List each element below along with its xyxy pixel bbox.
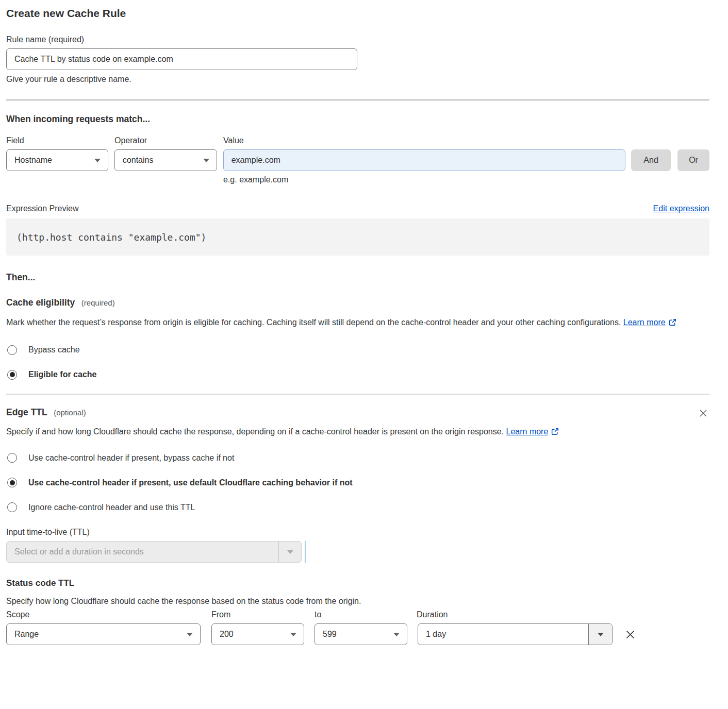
from-select[interactable]: 200 — [211, 623, 304, 645]
operator-select-value: contains — [123, 156, 203, 165]
ttl-duration-placeholder: Select or add a duration in seconds — [7, 542, 278, 562]
from-label: From — [211, 610, 315, 619]
to-label: to — [315, 610, 417, 619]
or-button[interactable]: Or — [677, 149, 709, 171]
chevron-down-icon — [203, 159, 209, 162]
to-select-value: 599 — [323, 630, 393, 639]
operator-select[interactable]: contains — [114, 149, 217, 171]
ttl-dropdown-button[interactable] — [278, 542, 301, 562]
cache-eligibility-learn-more-link[interactable]: Learn more — [623, 318, 666, 327]
radio-unselected-icon[interactable] — [7, 453, 17, 463]
edge-ttl-description: Specify if and how long Cloudflare shoul… — [6, 425, 576, 441]
chevron-down-icon — [187, 633, 193, 636]
to-select[interactable]: 599 — [315, 623, 407, 645]
section-divider — [6, 99, 709, 100]
cache-eligibility-required-tag: (required) — [81, 298, 115, 307]
input-caret — [305, 541, 306, 563]
rule-name-help: Give your rule a descriptive name. — [6, 75, 709, 84]
duration-select[interactable]: 1 day — [418, 623, 613, 645]
external-link-icon — [551, 426, 559, 441]
duration-select-value: 1 day — [418, 624, 588, 645]
edit-expression-link[interactable]: Edit expression — [653, 204, 709, 213]
and-button[interactable]: And — [631, 149, 671, 171]
edge-ttl-option-bypass[interactable]: Use cache-control header if present, byp… — [6, 453, 709, 463]
radio-selected-icon[interactable] — [7, 478, 17, 487]
field-select-value: Hostname — [14, 156, 94, 165]
edge-ttl-option-default[interactable]: Use cache-control header if present, use… — [6, 478, 709, 487]
cache-eligibility-description: Mark whether the request’s response from… — [6, 315, 700, 331]
remove-status-ttl-row-icon[interactable] — [624, 629, 636, 640]
edge-ttl-learn-more-link[interactable]: Learn more — [506, 427, 549, 436]
match-value-input[interactable] — [223, 149, 625, 171]
scope-select-value: Range — [14, 630, 187, 639]
status-code-ttl-description: Specify how long Cloudflare should cache… — [6, 597, 709, 606]
radio-unselected-icon[interactable] — [7, 345, 17, 355]
expression-code: (http.host contains "example.com") — [16, 232, 206, 243]
edge-ttl-option-bypass-label: Use cache-control header if present, byp… — [28, 453, 234, 463]
eligible-for-cache-option[interactable]: Eligible for cache — [6, 370, 709, 380]
then-heading: Then... — [6, 272, 709, 283]
cache-eligibility-title: Cache eligibility — [6, 297, 75, 308]
value-label: Value — [223, 136, 244, 145]
status-code-ttl-title: Status code TTL — [6, 578, 709, 588]
section-divider — [6, 394, 709, 395]
edge-ttl-option-ignore[interactable]: Ignore cache-control header and use this… — [6, 502, 709, 512]
match-heading: When incoming requests match... — [6, 114, 709, 125]
edge-ttl-optional-tag: (optional) — [54, 408, 86, 417]
edge-ttl-option-ignore-label: Ignore cache-control header and use this… — [28, 503, 195, 512]
operator-label: Operator — [114, 136, 223, 145]
field-label: Field — [6, 136, 114, 145]
bypass-cache-option[interactable]: Bypass cache — [6, 345, 709, 355]
edge-ttl-description-text: Specify if and how long Cloudflare shoul… — [6, 427, 504, 436]
duration-label: Duration — [417, 610, 448, 619]
ttl-duration-select[interactable]: Select or add a duration in seconds — [6, 541, 302, 563]
create-cache-rule-form: Create new Cache Rule Rule name (require… — [0, 0, 728, 645]
rule-name-label: Rule name (required) — [6, 35, 709, 44]
expression-preview-box: (http.host contains "example.com") — [6, 218, 709, 256]
chevron-down-icon — [393, 633, 400, 636]
from-select-value: 200 — [220, 630, 290, 639]
edge-ttl-title: Edge TTL — [6, 407, 47, 417]
cache-eligibility-description-text: Mark whether the request’s response from… — [6, 318, 621, 327]
scope-label: Scope — [6, 610, 211, 619]
page-title: Create new Cache Rule — [6, 7, 709, 20]
expression-preview-label: Expression Preview — [6, 204, 79, 213]
edge-ttl-option-default-label: Use cache-control header if present, use… — [28, 478, 353, 487]
radio-selected-icon[interactable] — [7, 370, 17, 380]
external-link-icon — [669, 316, 676, 331]
radio-unselected-icon[interactable] — [7, 502, 17, 512]
chevron-down-icon — [598, 633, 604, 636]
chevron-down-icon — [287, 550, 293, 554]
field-select[interactable]: Hostname — [6, 149, 108, 171]
bypass-cache-label: Bypass cache — [28, 345, 80, 354]
chevron-down-icon — [290, 633, 296, 636]
value-hint: e.g. example.com — [223, 175, 709, 184]
ttl-input-label: Input time-to-live (TTL) — [6, 528, 709, 537]
scope-select[interactable]: Range — [6, 623, 201, 645]
duration-dropdown-button[interactable] — [588, 624, 612, 645]
chevron-down-icon — [94, 159, 101, 162]
eligible-for-cache-label: Eligible for cache — [28, 370, 96, 379]
rule-name-input[interactable] — [6, 48, 357, 70]
edge-ttl-close-icon[interactable] — [697, 407, 709, 421]
